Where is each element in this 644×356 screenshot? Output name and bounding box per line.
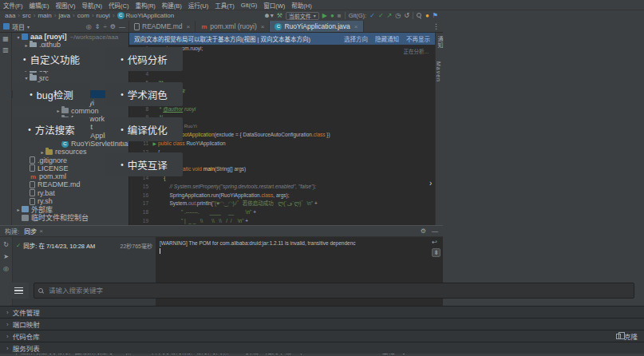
gear-icon[interactable]: ⚙ bbox=[421, 227, 426, 235]
build-tool-icon[interactable]: ↻ bbox=[3, 241, 9, 248]
build-sync-row[interactable]: ✓ 同步: 在 7/14/23, 10:28 AM 22秒765毫秒 bbox=[16, 241, 152, 250]
gutter[interactable]: 8 bbox=[129, 105, 158, 114]
gutter[interactable]: 19 bbox=[129, 217, 158, 225]
project-header-icon[interactable]: ⚙ bbox=[110, 23, 116, 30]
tree-item-ry.bat[interactable]: ry.bat bbox=[12, 189, 128, 197]
user-menu-icon[interactable]: ☻▾ bbox=[263, 13, 273, 19]
menu-item[interactable]: 文件(F) bbox=[0, 1, 26, 10]
tab-pom-xml-ruoyi-[interactable]: pom.xml (ruoyi)× bbox=[196, 21, 270, 32]
gutter[interactable]: 18 bbox=[129, 208, 158, 217]
run-button[interactable]: ▶ bbox=[322, 13, 327, 19]
stop-button[interactable]: ■ bbox=[338, 13, 342, 19]
tree-item-common[interactable]: ▸common bbox=[12, 107, 128, 115]
build-tool-icon[interactable]: ➤ bbox=[3, 253, 9, 260]
close-icon[interactable]: × bbox=[39, 227, 43, 235]
run-config-select[interactable]: 当前文件▾ bbox=[286, 12, 319, 20]
project-header-icon[interactable]: ◎ bbox=[86, 23, 92, 30]
project-header-icon[interactable]: ⇕ bbox=[95, 23, 101, 30]
assistant-search-input[interactable] bbox=[47, 286, 630, 295]
assistant-button-中英互译[interactable]: •中英互译 bbox=[105, 152, 183, 176]
debug-button[interactable]: ● bbox=[330, 13, 334, 19]
menu-item[interactable]: 代码(C) bbox=[105, 1, 132, 10]
section-文件管理[interactable]: ›文件管理 bbox=[0, 306, 644, 318]
gutter[interactable]: 15 bbox=[129, 183, 158, 192]
close-icon[interactable]: × bbox=[354, 23, 358, 30]
breadcrumb-item[interactable]: RuoYiApplication bbox=[117, 12, 175, 19]
project-header-icon[interactable]: — bbox=[119, 23, 125, 30]
settings-icon[interactable]: ● bbox=[425, 13, 429, 19]
menu-item[interactable]: 运行(U) bbox=[185, 1, 211, 10]
build-hammer-icon[interactable]: ⚒ bbox=[277, 13, 282, 19]
chevron-down-icon[interactable]: ▾ bbox=[27, 24, 30, 30]
breadcrumb-item[interactable]: ruoyi bbox=[97, 12, 110, 19]
clone-button[interactable]: 克隆 bbox=[616, 331, 638, 341]
banner-link[interactable]: 隐藏通知 bbox=[375, 34, 399, 43]
rollback-button[interactable]: ↺ bbox=[404, 13, 409, 19]
gutter[interactable]: 16 bbox=[129, 192, 158, 200]
menu-item[interactable]: 帮助(H) bbox=[288, 1, 314, 10]
breadcrumb-item[interactable]: com bbox=[77, 12, 89, 19]
stripe-label-0[interactable]: 通知 bbox=[436, 36, 444, 49]
git-push-button[interactable]: ↗ bbox=[387, 13, 393, 19]
menu-item[interactable]: Git(G) bbox=[238, 2, 260, 9]
stripe-icon[interactable]: ▥ bbox=[2, 46, 9, 53]
menu-item[interactable]: 视图(V) bbox=[53, 1, 79, 10]
soft-wrap-icon[interactable]: ↩ bbox=[432, 239, 441, 246]
close-icon[interactable]: × bbox=[261, 23, 265, 30]
banner-link[interactable]: 不再显示 bbox=[406, 34, 430, 43]
breadcrumb-item[interactable]: aaa bbox=[5, 12, 15, 19]
git-commit-button[interactable]: ✓ bbox=[378, 13, 384, 19]
assistant-button-方法搜索[interactable]: •方法搜索 bbox=[13, 117, 90, 141]
close-icon[interactable]: × bbox=[187, 23, 191, 30]
menu-item[interactable]: 窗口(W) bbox=[260, 1, 288, 10]
assistant-button-代码分析[interactable]: •代码分析 bbox=[105, 47, 183, 71]
tree-item-临时文件和控制台[interactable]: 临时文件和控制台 bbox=[12, 214, 128, 222]
tab-overflow-icon[interactable]: ⋮ bbox=[429, 21, 443, 32]
assistant-button-学术润色[interactable]: •学术润色 bbox=[105, 82, 183, 106]
menu-item[interactable]: 构建(B) bbox=[159, 1, 185, 10]
breadcrumb-item[interactable]: main bbox=[38, 12, 51, 19]
tree-item-readme.md[interactable]: README.md bbox=[12, 180, 128, 188]
gutter[interactable]: 4 bbox=[129, 70, 158, 79]
project-panel-header[interactable]: 项目 ▾ ◎⇕÷⚙— bbox=[0, 21, 129, 32]
menu-item[interactable]: 编辑(E) bbox=[26, 1, 53, 10]
tree-item-src[interactable]: ▾src bbox=[12, 73, 128, 81]
assistant-button-自定义功能[interactable]: •自定义功能 bbox=[13, 47, 90, 71]
tab-ruoyiapplication-java[interactable]: RuoYiApplication.java× bbox=[270, 21, 363, 32]
stripe-icon[interactable]: ▦ bbox=[2, 35, 9, 42]
tree-arrow-icon[interactable]: ▾ bbox=[15, 34, 22, 40]
git-update-button[interactable]: ✓ bbox=[369, 13, 375, 19]
search-everywhere-button[interactable] bbox=[417, 13, 422, 18]
project-header-icon[interactable]: ÷ bbox=[103, 23, 106, 30]
menu-item[interactable]: 工具(T) bbox=[211, 1, 238, 10]
section-服务列表[interactable]: ›服务列表 bbox=[0, 342, 644, 354]
stripe-label-1[interactable]: Maven bbox=[436, 61, 441, 82]
tree-arrow-icon[interactable]: ▸ bbox=[15, 207, 22, 212]
history-button[interactable]: ◷ bbox=[395, 13, 401, 19]
assistant-button-bug检测[interactable]: •bug检测 bbox=[13, 82, 90, 106]
menu-button[interactable] bbox=[8, 283, 29, 299]
scroll-end-icon[interactable]: ⇟ bbox=[432, 248, 441, 257]
gutter[interactable]: 17 bbox=[129, 200, 158, 208]
tree-arrow-icon[interactable]: ▾ bbox=[23, 75, 30, 81]
banner-link[interactable]: 选择方向 bbox=[344, 34, 368, 43]
tab-readme-md[interactable]: README.md× bbox=[129, 21, 196, 32]
breadcrumb-item[interactable]: java bbox=[58, 12, 70, 19]
tree-item-label: common bbox=[71, 107, 99, 115]
tree-item-label: pom.xml bbox=[39, 172, 66, 180]
breadcrumb-item[interactable]: src bbox=[22, 12, 31, 19]
build-tool-icon[interactable]: ◎ bbox=[3, 265, 9, 272]
tree-arrow-icon[interactable]: ▸ bbox=[39, 149, 45, 155]
menu-item[interactable]: 重构(R) bbox=[132, 1, 158, 10]
plugin-icon[interactable]: ⚑ bbox=[433, 13, 438, 19]
menu-item[interactable]: 导航(N) bbox=[79, 1, 105, 10]
section-代码仓库[interactable]: ›代码仓库克隆 bbox=[0, 330, 644, 342]
panel-collapse-chevron[interactable]: › bbox=[429, 179, 432, 188]
section-端口映射[interactable]: ›端口映射 bbox=[0, 318, 644, 330]
build-tab-sync[interactable]: 同步 × bbox=[24, 227, 43, 235]
assistant-button-编译优化[interactable]: •编译优化 bbox=[105, 117, 183, 141]
hide-icon[interactable]: — bbox=[432, 227, 438, 235]
tree-arrow-icon[interactable]: ▸ bbox=[55, 108, 61, 113]
tree-item-ry.sh[interactable]: ry.sh bbox=[12, 197, 128, 205]
tree-item-aaa-ruoyi-[interactable]: ▾aaa [ruoyi]~/workspace/aaa bbox=[12, 33, 128, 41]
